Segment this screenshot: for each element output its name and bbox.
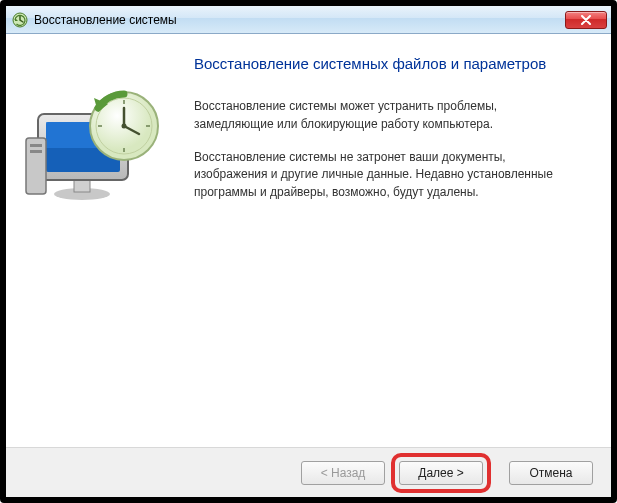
- content-area: Восстановление системных файлов и параме…: [6, 34, 611, 447]
- window-title: Восстановление системы: [34, 13, 565, 27]
- heading: Восстановление системных файлов и параме…: [194, 54, 587, 74]
- paragraph-1: Восстановление системы может устранить п…: [194, 98, 554, 133]
- icon-column: [24, 54, 194, 437]
- back-button: < Назад: [301, 461, 385, 485]
- paragraph-2: Восстановление системы не затронет ваши …: [194, 149, 554, 201]
- dialog-window: Восстановление системы: [0, 0, 617, 503]
- svg-rect-7: [30, 144, 42, 147]
- close-button[interactable]: [565, 11, 607, 29]
- svg-point-17: [122, 124, 127, 129]
- system-restore-large-icon: [24, 84, 174, 204]
- system-restore-icon: [12, 12, 28, 28]
- text-column: Восстановление системных файлов и параме…: [194, 54, 587, 437]
- close-icon: [581, 15, 591, 25]
- next-button[interactable]: Далее >: [399, 461, 483, 485]
- button-bar: < Назад Далее > Отмена: [6, 447, 611, 497]
- svg-rect-8: [30, 150, 42, 153]
- highlight-annotation: Далее >: [391, 453, 491, 493]
- cancel-button[interactable]: Отмена: [509, 461, 593, 485]
- titlebar[interactable]: Восстановление системы: [6, 6, 611, 34]
